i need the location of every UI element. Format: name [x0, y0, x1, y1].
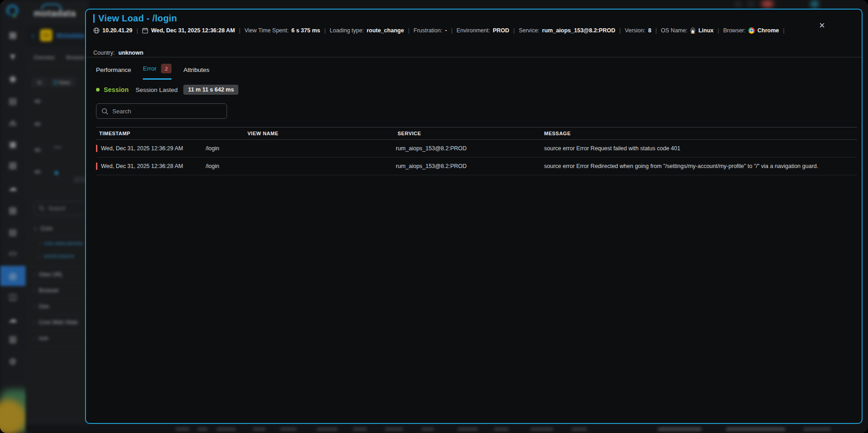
- os-name: OS Name: Linux: [661, 27, 714, 34]
- field-label: Country:: [93, 50, 115, 56]
- error-severity-bar: [96, 145, 97, 152]
- field-value: unknown: [118, 50, 143, 56]
- app-window: ▦ ▼ ◉ ▤ Ψ ▣ ▧ ☁ ▨ ▤ ▭ ◎ ◫ ☁ ▥ ⚙ motadata: [0, 0, 868, 433]
- field-label: Frustration:: [414, 27, 442, 34]
- col-message: MESSAGE: [544, 131, 857, 136]
- close-icon[interactable]: ×: [816, 20, 828, 32]
- tab-error[interactable]: Error 2: [143, 64, 172, 80]
- field-value: route_change: [367, 27, 404, 34]
- separator: |: [447, 27, 456, 34]
- title-accent-bar: [93, 14, 95, 23]
- table-row[interactable]: Wed, Dec 31, 2025 12:36:28 AM /login rum…: [96, 158, 857, 175]
- field-value: rum_aiops_153@8.2:PROD: [542, 27, 616, 34]
- field-value: PROD: [493, 27, 509, 34]
- field-value: Linux: [698, 27, 713, 34]
- separator: |: [779, 27, 788, 34]
- col-service: SERVICE: [396, 131, 544, 136]
- ip-value: 10.20.41.29: [102, 27, 132, 34]
- datetime-value: Wed, Dec 31, 2025 12:36:28 AM: [151, 27, 235, 34]
- field-value: Chrome: [757, 27, 779, 34]
- globe-icon: [93, 27, 100, 34]
- search-input[interactable]: [112, 108, 222, 115]
- separator: |: [615, 27, 625, 34]
- frustration: Frustration: -: [414, 27, 447, 34]
- loading-type: Loading type: route_change: [330, 27, 404, 34]
- field-label: Environment:: [457, 27, 490, 34]
- tab-label: Attributes: [183, 66, 209, 73]
- field-label: View Time Spent:: [244, 27, 288, 34]
- environment: Environment: PROD: [457, 27, 510, 34]
- browser: Browser: Chrome: [723, 27, 779, 34]
- view-name-cell: /login: [206, 145, 396, 152]
- message-cell: source error Error Redirected when going…: [544, 163, 857, 169]
- version: Version: 8: [625, 27, 651, 34]
- timestamp-cell: Wed, Dec 31, 2025 12:36:28 AM: [96, 163, 206, 170]
- session-lasted-label: Session Lasted: [136, 87, 177, 93]
- error-count-badge: 2: [161, 64, 172, 73]
- separator: |: [404, 27, 414, 34]
- country-row: Country:unknown: [93, 50, 143, 56]
- modal-tabs: Performance Error 2 Attributes: [96, 64, 209, 80]
- col-timestamp: TIMESTAMP: [96, 131, 206, 136]
- session-label[interactable]: Session: [104, 86, 129, 93]
- timestamp-cell: Wed, Dec 31, 2025 12:36:29 AM: [96, 145, 206, 152]
- field-label: Version:: [625, 27, 646, 34]
- timestamp-value: Wed, Dec 31, 2025 12:36:28 AM: [101, 163, 183, 169]
- field-label: Service:: [519, 27, 539, 34]
- field-label: OS Name:: [661, 27, 687, 34]
- field-label: Browser:: [723, 27, 746, 34]
- separator: |: [714, 27, 723, 34]
- tab-performance[interactable]: Performance: [96, 66, 131, 80]
- modal-title: View Load - /login: [93, 13, 177, 24]
- view-name-cell: /login: [206, 163, 396, 169]
- view-load-modal: View Load - /login × 10.20.41.29 |: [85, 9, 863, 424]
- linux-penguin-icon: [690, 27, 696, 34]
- separator: |: [509, 27, 519, 34]
- datetime-segment: Wed, Dec 31, 2025 12:36:28 AM: [142, 27, 235, 34]
- session-row: Session Session Lasted 11 m 11 s 642 ms: [96, 85, 238, 95]
- session-duration-badge: 11 m 11 s 642 ms: [183, 85, 238, 95]
- ip-segment: 10.20.41.29: [93, 27, 132, 34]
- calendar-icon: [142, 27, 148, 34]
- separator: |: [651, 27, 661, 34]
- table-row[interactable]: Wed, Dec 31, 2025 12:36:29 AM /login rum…: [96, 140, 857, 158]
- chrome-icon: [748, 27, 755, 34]
- separator: |: [320, 27, 330, 34]
- service-cell: rum_aiops_153@8.2:PROD: [396, 163, 544, 169]
- separator: |: [132, 27, 142, 34]
- service: Service: rum_aiops_153@8.2:PROD: [519, 27, 615, 34]
- search-icon: [101, 108, 108, 115]
- col-view-name: VIEW NAME: [206, 131, 396, 136]
- service-cell: rum_aiops_153@8.2:PROD: [396, 145, 544, 152]
- session-status-dot: [96, 88, 100, 92]
- error-search-box: [96, 103, 227, 119]
- view-meta-row: 10.20.41.29 | Wed, Dec 31, 2025 12:36:28…: [93, 27, 788, 34]
- divider: [86, 57, 862, 57]
- tab-attributes[interactable]: Attributes: [183, 66, 209, 80]
- modal-title-text: View Load - /login: [98, 13, 177, 24]
- tab-label: Error: [143, 65, 156, 72]
- view-time-spent: View Time Spent: 6 s 375 ms: [244, 27, 320, 34]
- field-label: Loading type:: [330, 27, 364, 34]
- tab-label: Performance: [96, 66, 131, 73]
- field-value: 8: [648, 27, 651, 34]
- message-cell: source error Error Request failed with s…: [544, 145, 857, 152]
- table-header: TIMESTAMP VIEW NAME SERVICE MESSAGE: [96, 127, 857, 140]
- timestamp-value: Wed, Dec 31, 2025 12:36:29 AM: [101, 145, 183, 152]
- error-table: TIMESTAMP VIEW NAME SERVICE MESSAGE Wed,…: [96, 127, 857, 175]
- separator: |: [235, 27, 244, 34]
- error-severity-bar: [96, 163, 97, 170]
- field-value: 6 s 375 ms: [291, 27, 320, 34]
